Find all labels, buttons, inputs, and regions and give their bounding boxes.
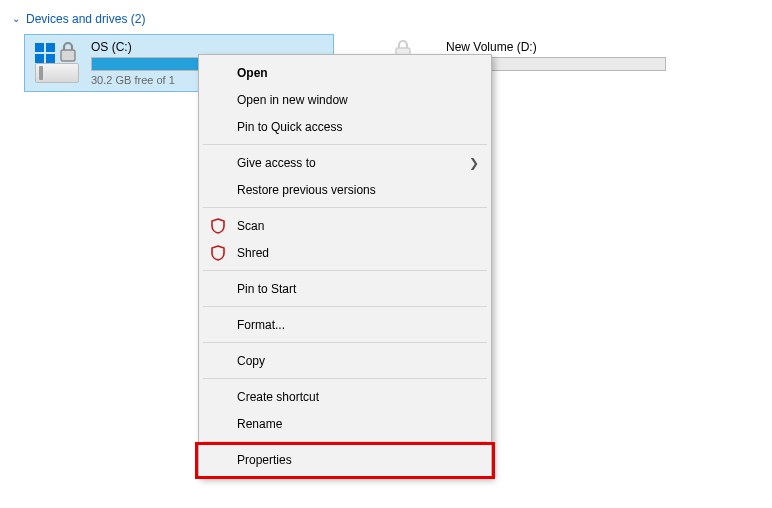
section-title: Devices and drives (2) (26, 12, 145, 26)
chevron-right-icon: ❯ (469, 156, 479, 170)
section-header[interactable]: ⌄ Devices and drives (2) (12, 12, 145, 26)
menu-item-label: Open (237, 66, 268, 80)
menu-separator (203, 378, 487, 379)
lock-icon (59, 41, 77, 63)
menu-separator (203, 270, 487, 271)
menu-item-restore-previous-versions[interactable]: Restore previous versions (201, 176, 489, 203)
menu-item-label: Restore previous versions (237, 183, 376, 197)
context-menu: OpenOpen in new windowPin to Quick acces… (198, 54, 492, 478)
menu-item-pin-to-quick-access[interactable]: Pin to Quick access (201, 113, 489, 140)
menu-separator (203, 207, 487, 208)
menu-item-label: Properties (237, 453, 292, 467)
menu-item-label: Shred (237, 246, 269, 260)
drive-label: New Volume (D:) (446, 40, 682, 54)
menu-item-copy[interactable]: Copy (201, 347, 489, 374)
drive-label: OS (C:) (91, 40, 325, 54)
menu-item-label: Pin to Quick access (237, 120, 342, 134)
menu-item-label: Pin to Start (237, 282, 296, 296)
mcafee-shield-icon (209, 217, 227, 235)
menu-item-open-in-new-window[interactable]: Open in new window (201, 86, 489, 113)
menu-item-open[interactable]: Open (201, 59, 489, 86)
menu-separator (203, 144, 487, 145)
menu-item-label: Format... (237, 318, 285, 332)
svg-rect-0 (61, 50, 75, 61)
menu-item-format[interactable]: Format... (201, 311, 489, 338)
menu-separator (203, 342, 487, 343)
menu-item-properties[interactable]: Properties (201, 446, 489, 473)
chevron-down-icon: ⌄ (12, 14, 20, 24)
menu-item-label: Rename (237, 417, 282, 431)
menu-separator (203, 441, 487, 442)
menu-item-label: Create shortcut (237, 390, 319, 404)
menu-item-label: Open in new window (237, 93, 348, 107)
menu-item-label: Scan (237, 219, 264, 233)
menu-separator (203, 306, 487, 307)
mcafee-shield-icon (209, 244, 227, 262)
windows-logo-icon (35, 43, 57, 65)
menu-item-shred[interactable]: Shred (201, 239, 489, 266)
menu-item-pin-to-start[interactable]: Pin to Start (201, 275, 489, 302)
menu-item-label: Copy (237, 354, 265, 368)
menu-item-scan[interactable]: Scan (201, 212, 489, 239)
menu-item-label: Give access to (237, 156, 316, 170)
menu-item-create-shortcut[interactable]: Create shortcut (201, 383, 489, 410)
drive-icon (33, 39, 81, 87)
menu-item-rename[interactable]: Rename (201, 410, 489, 437)
menu-item-give-access-to[interactable]: Give access to❯ (201, 149, 489, 176)
